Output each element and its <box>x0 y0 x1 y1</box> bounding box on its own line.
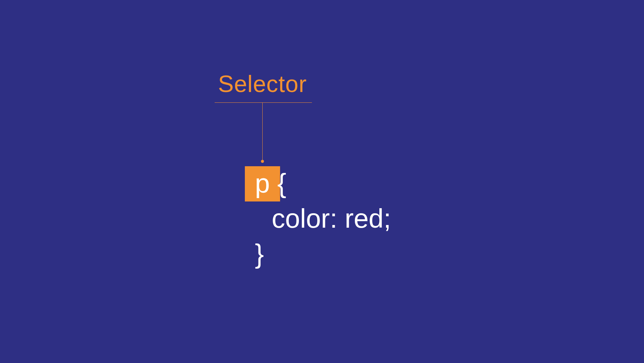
connector-line <box>262 102 263 161</box>
code-close-brace: } <box>255 238 264 269</box>
code-open-brace: { <box>277 168 286 198</box>
connector-dot-icon <box>261 160 264 163</box>
code-declaration: color: red; <box>272 203 391 234</box>
selector-label: Selector <box>218 71 307 97</box>
label-underline <box>215 102 312 103</box>
code-selector: p <box>255 168 270 198</box>
code-line-1: p { <box>255 168 286 199</box>
